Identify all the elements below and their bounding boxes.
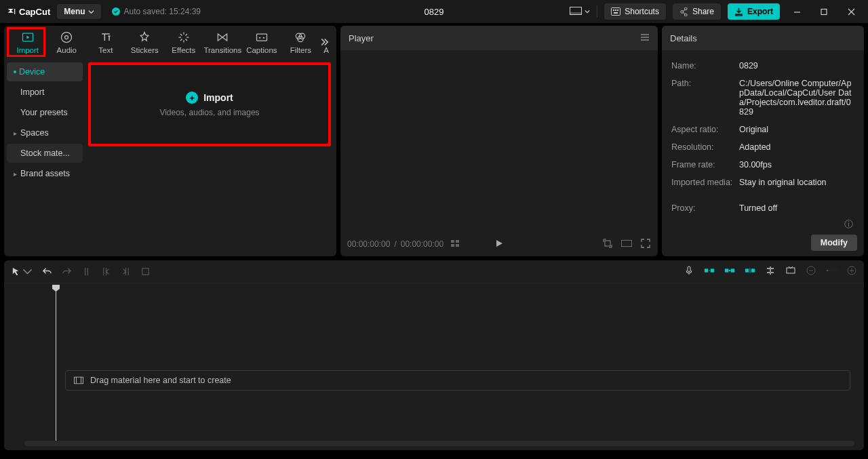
detail-framerate-value: 30.00fps <box>739 160 854 169</box>
trim-right-tool[interactable] <box>121 266 131 277</box>
tab-stickers[interactable]: Stickers <box>125 28 165 57</box>
plus-icon: + <box>186 92 198 104</box>
detail-name-value: 0829 <box>739 61 854 71</box>
import-title: Import <box>203 92 233 103</box>
modify-button[interactable]: Modify <box>811 235 857 251</box>
window-close-button[interactable] <box>841 1 861 22</box>
title-bar: CapCut Menu Auto saved: 15:24:39 0829 Sh… <box>0 0 868 23</box>
svg-rect-2 <box>612 8 620 16</box>
undo-button[interactable] <box>42 266 52 277</box>
detail-resolution-label: Resolution: <box>671 142 739 152</box>
import-dropzone[interactable]: + Import Videos, audios, and images <box>88 62 331 146</box>
svg-point-10 <box>65 35 68 39</box>
detail-imported-label: Imported media: <box>671 178 739 187</box>
help-icon[interactable]: ⓘ <box>844 218 853 231</box>
player-viewport[interactable] <box>340 50 658 232</box>
menu-button[interactable]: Menu <box>57 4 100 19</box>
timeline-toolbar <box>4 260 864 283</box>
details-header: Details <box>662 26 864 50</box>
svg-rect-7 <box>821 9 827 14</box>
trim-left-tool[interactable] <box>101 266 111 277</box>
select-tool[interactable] <box>11 266 33 277</box>
split-tool[interactable] <box>81 266 92 277</box>
zoom-in-button[interactable] <box>846 265 857 278</box>
tab-effects[interactable]: Effects <box>164 28 203 57</box>
svg-rect-21 <box>142 268 149 275</box>
import-icon <box>21 31 35 44</box>
audio-icon <box>60 31 73 44</box>
svg-rect-5 <box>617 9 618 11</box>
svg-rect-6 <box>614 12 618 14</box>
film-icon <box>74 376 83 385</box>
chevron-double-right-icon <box>318 36 330 48</box>
sidebar-item-stock[interactable]: Stock mate... <box>7 144 83 163</box>
layout-icon[interactable] <box>570 7 590 16</box>
player-menu-icon[interactable] <box>640 33 650 43</box>
svg-rect-1 <box>570 12 582 15</box>
svg-point-27 <box>729 270 731 272</box>
sidebar-item-device[interactable]: Device <box>7 62 83 81</box>
sidebar-item-import[interactable]: Import <box>7 83 83 102</box>
share-button[interactable]: Share <box>673 3 721 20</box>
window-maximize-button[interactable] <box>814 1 834 22</box>
play-button[interactable] <box>495 240 503 250</box>
svg-rect-22 <box>688 266 690 272</box>
svg-rect-17 <box>451 244 454 247</box>
svg-rect-29 <box>751 268 755 272</box>
tab-transitions[interactable]: Transitions <box>203 28 243 57</box>
detail-path-value: C:/Users/Online Computer/AppData/Local/C… <box>739 79 854 117</box>
grid-icon[interactable] <box>450 239 460 250</box>
svg-point-33 <box>827 270 828 271</box>
svg-rect-20 <box>621 240 631 246</box>
scale-icon[interactable] <box>602 238 613 251</box>
filters-icon <box>294 31 307 44</box>
check-icon <box>112 7 120 16</box>
svg-rect-4 <box>615 9 616 11</box>
detail-aspect-label: Aspect ratio: <box>671 125 739 134</box>
tabs-more-button[interactable] <box>315 36 334 48</box>
mic-button[interactable] <box>684 265 694 278</box>
tab-captions[interactable]: Captions <box>242 28 281 57</box>
svg-rect-16 <box>456 240 459 243</box>
svg-rect-23 <box>705 268 708 272</box>
shortcuts-button[interactable]: Shortcuts <box>604 3 666 20</box>
sidebar-item-brand[interactable]: ▸Brand assets <box>7 164 83 183</box>
svg-rect-35 <box>74 377 83 384</box>
timeline-tracks[interactable]: Drag material here and start to create <box>4 283 864 450</box>
fullscreen-icon[interactable] <box>640 238 651 251</box>
tab-audio[interactable]: Audio <box>47 28 87 57</box>
details-panel: Details Name:0829 Path:C:/Users/Online C… <box>662 26 864 256</box>
playhead[interactable] <box>56 286 56 442</box>
track-placeholder[interactable]: Drag material here and start to create <box>65 370 850 391</box>
detail-imported-value: Stay in original location <box>739 178 854 187</box>
snap-tool-2[interactable] <box>724 265 735 278</box>
zoom-slider[interactable] <box>826 265 837 278</box>
time-current: 00:00:00:00 <box>347 239 390 249</box>
tab-import[interactable]: Import <box>8 28 47 57</box>
project-title: 0829 <box>425 7 444 17</box>
sidebar-item-presets[interactable]: Your presets <box>7 103 83 122</box>
export-button[interactable]: Export <box>728 3 780 20</box>
time-total: 00:00:00:00 <box>401 239 443 249</box>
delete-tool[interactable] <box>140 266 151 277</box>
zoom-out-button[interactable] <box>806 265 816 278</box>
snap-tool-3[interactable] <box>745 265 755 278</box>
player-panel: Player 00:00:00:00 / 00:00:00:00 <box>340 26 658 256</box>
svg-point-9 <box>62 32 72 42</box>
ratio-display-icon[interactable] <box>621 238 632 251</box>
timeline-scrollbar[interactable] <box>24 441 854 446</box>
tab-text[interactable]: Text <box>86 28 125 57</box>
align-tool[interactable] <box>765 265 776 278</box>
snap-tool-1[interactable] <box>704 265 715 278</box>
window-minimize-button[interactable] <box>787 1 807 22</box>
preview-tool[interactable] <box>785 265 796 278</box>
transitions-icon <box>216 31 229 44</box>
sidebar-item-spaces[interactable]: ▸Spaces <box>7 123 83 142</box>
redo-button[interactable] <box>62 266 72 277</box>
svg-rect-18 <box>456 244 459 247</box>
player-header: Player <box>340 26 658 50</box>
app-logo: CapCut <box>7 7 50 17</box>
svg-rect-11 <box>256 34 267 41</box>
detail-framerate-label: Frame rate: <box>671 160 739 169</box>
media-panel: Import Audio Text Stickers Effects Trans… <box>4 26 336 256</box>
